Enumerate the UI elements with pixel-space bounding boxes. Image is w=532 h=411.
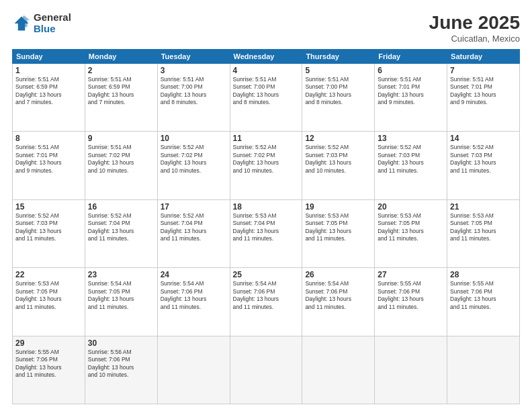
day-number: 4	[233, 66, 300, 75]
day-number: 14	[450, 134, 517, 143]
table-cell: 2Sunrise: 5:51 AM Sunset: 6:59 PM Daylig…	[85, 64, 157, 132]
cell-text: Sunrise: 5:53 AM Sunset: 7:05 PM Dayligh…	[378, 212, 444, 243]
cell-text: Sunrise: 5:55 AM Sunset: 7:06 PM Dayligh…	[378, 280, 444, 311]
table-cell: 30Sunrise: 5:56 AM Sunset: 7:06 PM Dayli…	[85, 336, 157, 404]
subtitle: Cuicatlan, Mexico	[429, 34, 520, 44]
table-cell	[447, 336, 520, 404]
cell-text: Sunrise: 5:55 AM Sunset: 7:06 PM Dayligh…	[450, 280, 517, 311]
cell-text: Sunrise: 5:51 AM Sunset: 7:01 PM Dayligh…	[378, 76, 444, 107]
calendar-header: Sunday Monday Tuesday Wednesday Thursday…	[13, 50, 520, 64]
day-number: 26	[305, 270, 371, 279]
table-cell: 17Sunrise: 5:52 AM Sunset: 7:04 PM Dayli…	[157, 199, 230, 267]
table-cell: 11Sunrise: 5:52 AM Sunset: 7:02 PM Dayli…	[230, 132, 302, 199]
cell-text: Sunrise: 5:51 AM Sunset: 6:59 PM Dayligh…	[88, 76, 154, 107]
table-cell: 1Sunrise: 5:51 AM Sunset: 6:59 PM Daylig…	[13, 64, 85, 132]
table-cell: 6Sunrise: 5:51 AM Sunset: 7:01 PM Daylig…	[375, 64, 447, 132]
table-cell: 5Sunrise: 5:51 AM Sunset: 7:00 PM Daylig…	[302, 64, 375, 132]
cell-text: Sunrise: 5:52 AM Sunset: 7:03 PM Dayligh…	[450, 144, 517, 175]
logo-general-text: General	[34, 12, 71, 24]
table-cell: 4Sunrise: 5:51 AM Sunset: 7:00 PM Daylig…	[230, 64, 302, 132]
col-wednesday: Wednesday	[230, 50, 302, 64]
cell-text: Sunrise: 5:52 AM Sunset: 7:03 PM Dayligh…	[378, 144, 444, 175]
day-number: 29	[15, 338, 82, 348]
cell-text: Sunrise: 5:51 AM Sunset: 7:00 PM Dayligh…	[161, 76, 227, 107]
cell-text: Sunrise: 5:52 AM Sunset: 7:04 PM Dayligh…	[161, 212, 227, 243]
table-cell: 23Sunrise: 5:54 AM Sunset: 7:05 PM Dayli…	[85, 268, 157, 336]
day-number: 24	[161, 270, 227, 279]
table-cell	[157, 336, 230, 404]
day-number: 11	[233, 134, 300, 143]
cell-text: Sunrise: 5:54 AM Sunset: 7:06 PM Dayligh…	[305, 280, 371, 311]
cell-text: Sunrise: 5:54 AM Sunset: 7:06 PM Dayligh…	[233, 280, 300, 311]
table-cell: 9Sunrise: 5:51 AM Sunset: 7:02 PM Daylig…	[85, 132, 157, 199]
table-cell: 7Sunrise: 5:51 AM Sunset: 7:01 PM Daylig…	[447, 64, 520, 132]
header: General Blue June 2025 Cuicatlan, Mexico	[12, 12, 520, 44]
day-number: 28	[450, 270, 517, 279]
header-row: Sunday Monday Tuesday Wednesday Thursday…	[13, 50, 520, 64]
week-row-5: 29Sunrise: 5:55 AM Sunset: 7:06 PM Dayli…	[13, 336, 520, 404]
col-thursday: Thursday	[302, 50, 375, 64]
cell-text: Sunrise: 5:52 AM Sunset: 7:04 PM Dayligh…	[88, 212, 154, 243]
cell-text: Sunrise: 5:53 AM Sunset: 7:05 PM Dayligh…	[305, 212, 371, 243]
week-row-3: 15Sunrise: 5:52 AM Sunset: 7:03 PM Dayli…	[13, 199, 520, 267]
table-cell: 27Sunrise: 5:55 AM Sunset: 7:06 PM Dayli…	[375, 268, 447, 336]
day-number: 16	[88, 202, 154, 212]
logo-text: General Blue	[34, 12, 71, 34]
cell-text: Sunrise: 5:52 AM Sunset: 7:03 PM Dayligh…	[305, 144, 371, 175]
table-cell: 25Sunrise: 5:54 AM Sunset: 7:06 PM Dayli…	[230, 268, 302, 336]
table-cell: 8Sunrise: 5:51 AM Sunset: 7:01 PM Daylig…	[13, 132, 85, 199]
logo-icon	[12, 14, 31, 33]
cell-text: Sunrise: 5:52 AM Sunset: 7:02 PM Dayligh…	[233, 144, 300, 175]
table-cell	[375, 336, 447, 404]
cell-text: Sunrise: 5:54 AM Sunset: 7:06 PM Dayligh…	[161, 280, 227, 311]
week-row-2: 8Sunrise: 5:51 AM Sunset: 7:01 PM Daylig…	[13, 132, 520, 199]
cell-text: Sunrise: 5:52 AM Sunset: 7:02 PM Dayligh…	[161, 144, 227, 175]
table-cell: 18Sunrise: 5:53 AM Sunset: 7:04 PM Dayli…	[230, 199, 302, 267]
day-number: 13	[378, 134, 444, 143]
table-cell	[230, 336, 302, 404]
cell-text: Sunrise: 5:56 AM Sunset: 7:06 PM Dayligh…	[88, 349, 154, 379]
col-tuesday: Tuesday	[157, 50, 230, 64]
cell-text: Sunrise: 5:53 AM Sunset: 7:05 PM Dayligh…	[15, 280, 82, 311]
cell-text: Sunrise: 5:55 AM Sunset: 7:06 PM Dayligh…	[15, 349, 82, 379]
day-number: 7	[450, 66, 517, 75]
col-monday: Monday	[85, 50, 157, 64]
table-cell: 15Sunrise: 5:52 AM Sunset: 7:03 PM Dayli…	[13, 199, 85, 267]
day-number: 30	[88, 338, 154, 348]
col-sunday: Sunday	[13, 50, 85, 64]
day-number: 27	[378, 270, 444, 279]
day-number: 3	[161, 66, 227, 75]
day-number: 20	[378, 202, 444, 212]
table-cell: 28Sunrise: 5:55 AM Sunset: 7:06 PM Dayli…	[447, 268, 520, 336]
col-saturday: Saturday	[447, 50, 520, 64]
day-number: 15	[15, 202, 82, 212]
table-cell: 12Sunrise: 5:52 AM Sunset: 7:03 PM Dayli…	[302, 132, 375, 199]
week-row-4: 22Sunrise: 5:53 AM Sunset: 7:05 PM Dayli…	[13, 268, 520, 336]
day-number: 6	[378, 66, 444, 75]
table-cell: 10Sunrise: 5:52 AM Sunset: 7:02 PM Dayli…	[157, 132, 230, 199]
col-friday: Friday	[375, 50, 447, 64]
table-cell: 21Sunrise: 5:53 AM Sunset: 7:05 PM Dayli…	[447, 199, 520, 267]
table-cell	[302, 336, 375, 404]
day-number: 8	[15, 134, 82, 143]
calendar-table: Sunday Monday Tuesday Wednesday Thursday…	[12, 49, 520, 404]
table-cell: 22Sunrise: 5:53 AM Sunset: 7:05 PM Dayli…	[13, 268, 85, 336]
cell-text: Sunrise: 5:54 AM Sunset: 7:05 PM Dayligh…	[88, 280, 154, 311]
day-number: 22	[15, 270, 82, 279]
title-block: June 2025 Cuicatlan, Mexico	[429, 12, 520, 44]
cell-text: Sunrise: 5:51 AM Sunset: 7:01 PM Dayligh…	[15, 144, 82, 175]
day-number: 2	[88, 66, 154, 75]
table-cell: 13Sunrise: 5:52 AM Sunset: 7:03 PM Dayli…	[375, 132, 447, 199]
table-cell: 24Sunrise: 5:54 AM Sunset: 7:06 PM Dayli…	[157, 268, 230, 336]
logo-blue-text: Blue	[34, 24, 71, 35]
cell-text: Sunrise: 5:51 AM Sunset: 7:02 PM Dayligh…	[88, 144, 154, 175]
cell-text: Sunrise: 5:52 AM Sunset: 7:03 PM Dayligh…	[15, 212, 82, 243]
day-number: 9	[88, 134, 154, 143]
table-cell: 14Sunrise: 5:52 AM Sunset: 7:03 PM Dayli…	[447, 132, 520, 199]
table-cell: 20Sunrise: 5:53 AM Sunset: 7:05 PM Dayli…	[375, 199, 447, 267]
cell-text: Sunrise: 5:51 AM Sunset: 7:00 PM Dayligh…	[233, 76, 300, 107]
table-cell: 16Sunrise: 5:52 AM Sunset: 7:04 PM Dayli…	[85, 199, 157, 267]
month-title: June 2025	[429, 12, 520, 34]
day-number: 1	[15, 66, 82, 75]
table-cell: 3Sunrise: 5:51 AM Sunset: 7:00 PM Daylig…	[157, 64, 230, 132]
